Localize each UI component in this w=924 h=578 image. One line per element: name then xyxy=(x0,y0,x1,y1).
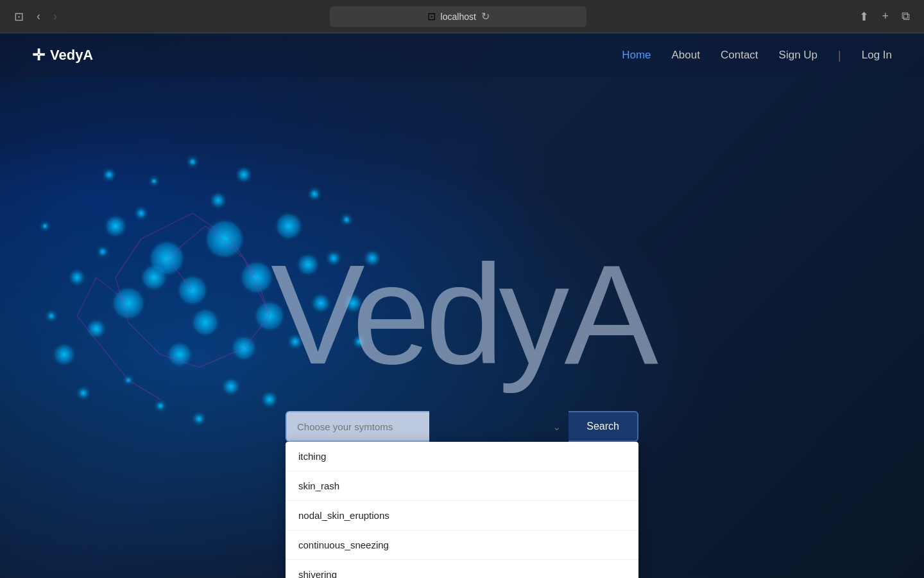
reload-button[interactable]: ↻ xyxy=(481,10,490,22)
dropdown-item-continuous-sneezing[interactable]: continuous_sneezing xyxy=(286,530,638,560)
hero-content: VedyA Search itching skin_rash nodal_ski… xyxy=(0,77,924,570)
nav-divider: | xyxy=(838,49,841,62)
nav-about[interactable]: About xyxy=(672,49,700,62)
tabs-overview-button[interactable]: ⧉ xyxy=(898,7,914,26)
website: ✛ VedyA Home About Contact Sign Up | Log… xyxy=(0,33,924,578)
search-bar-wrapper: Search xyxy=(286,411,638,442)
tab-panel-button[interactable]: ⊡ xyxy=(10,7,28,26)
nav-home[interactable]: Home xyxy=(622,49,651,62)
nav-links: Home About Contact Sign Up | Log In xyxy=(622,49,892,62)
navbar: ✛ VedyA Home About Contact Sign Up | Log… xyxy=(0,33,924,77)
browser-actions: ⬆ + ⧉ xyxy=(855,7,914,26)
logo-text: VedyA xyxy=(50,47,93,64)
forward-button[interactable]: › xyxy=(49,7,61,26)
logo-icon: ✛ xyxy=(32,46,45,64)
dropdown-item-shivering[interactable]: shivering xyxy=(286,560,638,578)
new-tab-button[interactable]: + xyxy=(878,7,893,26)
browser-controls: ⊡ ‹ › xyxy=(10,7,61,26)
address-bar-container: ⊡ localhost ↻ xyxy=(69,6,848,27)
search-button[interactable]: Search xyxy=(569,411,638,442)
address-bar[interactable]: ⊡ localhost ↻ xyxy=(330,6,586,27)
dropdown-list: itching skin_rash nodal_skin_eruptions c… xyxy=(286,442,638,578)
back-button[interactable]: ‹ xyxy=(33,7,44,26)
hero-title: VedyA xyxy=(271,244,653,385)
search-section: Search itching skin_rash nodal_skin_erup… xyxy=(286,411,638,442)
dropdown-item-nodal-skin[interactable]: nodal_skin_eruptions xyxy=(286,501,638,530)
logo-area: ✛ VedyA xyxy=(32,46,93,64)
browser-chrome: ⊡ ‹ › ⊡ localhost ↻ ⬆ + ⧉ xyxy=(0,0,924,33)
nav-login[interactable]: Log In xyxy=(862,49,892,62)
url-text: localhost xyxy=(441,12,476,22)
select-wrapper xyxy=(286,411,569,442)
dropdown-item-skin-rash[interactable]: skin_rash xyxy=(286,471,638,501)
share-button[interactable]: ⬆ xyxy=(855,7,873,26)
symptom-input[interactable] xyxy=(286,411,429,442)
nav-signup[interactable]: Sign Up xyxy=(779,49,817,62)
page-icon: ⊡ xyxy=(427,10,436,22)
nav-contact[interactable]: Contact xyxy=(721,49,758,62)
dropdown-item-itching[interactable]: itching xyxy=(286,442,638,471)
